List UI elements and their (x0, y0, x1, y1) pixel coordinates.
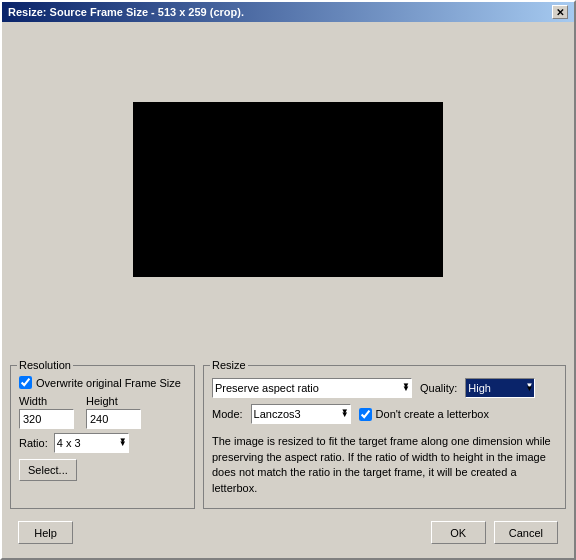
cancel-button[interactable]: Cancel (494, 521, 558, 544)
main-window: Resize: Source Frame Size - 513 x 259 (c… (0, 0, 576, 560)
dont-letterbox-checkbox[interactable] (359, 408, 372, 421)
video-preview (133, 102, 443, 277)
quality-label: Quality: (420, 382, 457, 394)
ratio-select-wrapper: 4 x 3 16 x 9 ▼ (54, 433, 129, 453)
width-input[interactable] (19, 409, 74, 429)
height-group: Height (86, 395, 141, 429)
width-group: Width (19, 395, 74, 429)
select-button-row: Select... (19, 459, 186, 481)
bottom-panel: Resolution Overwrite original Frame Size… (2, 357, 574, 558)
ratio-row: Ratio: 4 x 3 16 x 9 ▼ (19, 433, 186, 453)
mode-select-wrapper: Lanczos3 Bilinear Bicubic Nearest ▼ (251, 404, 351, 424)
preserve-select-wrapper: Preserve aspect ratio Stretch to fit fra… (212, 378, 412, 398)
close-button[interactable]: ✕ (552, 5, 568, 19)
overwrite-row: Overwrite original Frame Size (19, 376, 186, 389)
preserve-quality-row: Preserve aspect ratio Stretch to fit fra… (212, 378, 557, 398)
info-text: The image is resized to fit the target f… (212, 430, 557, 500)
select-button[interactable]: Select... (19, 459, 77, 481)
ratio-select[interactable]: 4 x 3 16 x 9 (54, 433, 129, 453)
help-button[interactable]: Help (18, 521, 73, 544)
overwrite-label[interactable]: Overwrite original Frame Size (36, 377, 181, 389)
mode-select[interactable]: Lanczos3 Bilinear Bicubic Nearest (251, 404, 351, 424)
width-label: Width (19, 395, 74, 407)
resolution-group: Resolution Overwrite original Frame Size… (10, 365, 195, 509)
resize-legend: Resize (210, 359, 248, 371)
height-label: Height (86, 395, 141, 407)
preview-area (2, 22, 574, 357)
ratio-label: Ratio: (19, 437, 48, 449)
dont-letterbox-label[interactable]: Don't create a letterbox (376, 408, 489, 420)
preserve-select[interactable]: Preserve aspect ratio Stretch to fit fra… (212, 378, 412, 398)
resolution-legend: Resolution (17, 359, 73, 371)
ok-button[interactable]: OK (431, 521, 486, 544)
mode-row: Mode: Lanczos3 Bilinear Bicubic Nearest … (212, 404, 557, 424)
quality-select[interactable]: High Medium Low (465, 378, 535, 398)
footer-right: OK Cancel (431, 521, 558, 544)
resize-inner: Preserve aspect ratio Stretch to fit fra… (212, 378, 557, 500)
mode-label: Mode: (212, 408, 243, 420)
wh-row: Width Height (19, 395, 186, 429)
overwrite-checkbox[interactable] (19, 376, 32, 389)
quality-select-wrapper: High Medium Low ▼ (465, 378, 535, 398)
dont-letterbox-row: Don't create a letterbox (359, 408, 489, 421)
footer-row: Help OK Cancel (10, 517, 566, 550)
title-bar: Resize: Source Frame Size - 513 x 259 (c… (2, 2, 574, 22)
window-title: Resize: Source Frame Size - 513 x 259 (c… (8, 6, 244, 18)
panels-row: Resolution Overwrite original Frame Size… (10, 365, 566, 509)
height-input[interactable] (86, 409, 141, 429)
resize-group: Resize Preserve aspect ratio Stretch to … (203, 365, 566, 509)
